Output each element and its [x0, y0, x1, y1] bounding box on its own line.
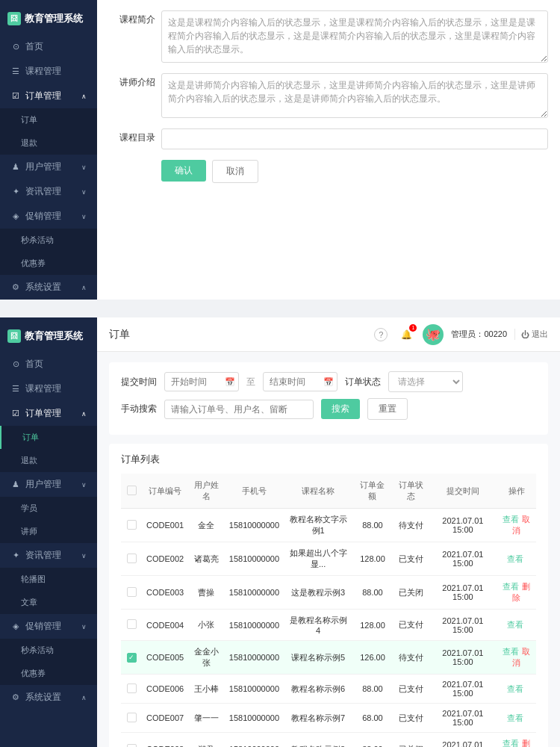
order-course: 是教程名称示例4 — [284, 610, 352, 641]
row-checkbox[interactable] — [127, 713, 137, 722]
sidebar2-item-coupon[interactable]: 优惠券 — [0, 662, 97, 685]
sidebar2-label-order-mgmt: 订单管理 — [25, 407, 61, 420]
order-icon: ☑ — [10, 91, 21, 102]
order-time: 2021.07.01 15:00 — [429, 733, 497, 748]
order-code: CODE005 — [142, 641, 188, 675]
sidebar2-item-home[interactable]: ⊙ 首页 — [0, 352, 97, 376]
row-checkbox[interactable] — [127, 520, 137, 530]
logout-button[interactable]: ⏻ 退出 — [514, 329, 548, 340]
order-name: 肇一一 — [188, 704, 225, 733]
admin-label: 管理员：00220 — [451, 329, 507, 340]
search-button[interactable]: 搜索 — [321, 399, 360, 419]
order-name: 王小棒 — [188, 675, 225, 704]
logout-label: 退出 — [532, 329, 548, 340]
manual-search-input[interactable] — [164, 400, 314, 419]
sidebar-item-flash-sale[interactable]: 秒杀活动 — [0, 229, 97, 252]
row-checkbox[interactable] — [127, 554, 137, 563]
app-logo: 囧 教育管理系统 — [0, 6, 97, 34]
date-end-input[interactable] — [263, 372, 337, 391]
sidebar2-item-news-mgmt[interactable]: ✦ 资讯管理 ∨ — [0, 543, 97, 568]
notification-button[interactable]: 🔔 1 — [397, 326, 415, 344]
th-phone: 手机号 — [225, 474, 284, 509]
course-catalog-input[interactable]: 第一讲文字示例，第二讲文字示例，第三讲文字示例 — [161, 128, 548, 149]
order-name: 金全 — [188, 509, 225, 542]
row-checkbox-cell — [121, 733, 142, 748]
sidebar-item-order[interactable]: 订单 — [0, 108, 97, 131]
view-action[interactable]: 查看 — [507, 554, 523, 563]
sidebar2-label-promo-mgmt: 促销管理 — [25, 620, 61, 633]
row-checkbox[interactable] — [127, 684, 137, 693]
sidebar2-item-promo-mgmt[interactable]: ◈ 促销管理 ∨ — [0, 614, 97, 639]
teacher-intro-textarea[interactable]: 这是是讲师简介内容输入后的状态显示，这里是讲师简介内容输入后的状态显示，这里是讲… — [161, 73, 548, 118]
sidebar-item-refund[interactable]: 退款 — [0, 131, 97, 155]
sidebar2-label-course: 课程管理 — [25, 382, 61, 395]
sidebar-item-coupon[interactable]: 优惠券 — [0, 252, 97, 275]
sidebar-top: 囧 教育管理系统 ⊙ 首页 ☰ 课程管理 ☑ 订单管理 ∧ 订单 — [0, 0, 97, 300]
sidebar-label-home: 首页 — [25, 40, 43, 53]
course-intro-textarea[interactable]: 这是是课程简介内容输入后的状态显示，这里是课程简介内容输入后的状态显示，这里是是… — [161, 10, 548, 63]
sidebar-item-course[interactable]: ☰ 课程管理 — [0, 59, 97, 84]
order-code: CODE008 — [142, 733, 188, 748]
sidebar-item-promo-mgmt[interactable]: ◈ 促销管理 ∨ — [0, 204, 97, 229]
view-action[interactable]: 查看 — [507, 713, 523, 722]
sidebar2-label-coupon: 优惠券 — [21, 668, 46, 679]
sidebar2-item-flash-sale[interactable]: 秒杀活动 — [0, 639, 97, 662]
sidebar-item-settings[interactable]: ⚙ 系统设置 ∧ — [0, 275, 97, 300]
order-phone: 15810000000 — [225, 641, 284, 675]
order-actions: 查看 — [497, 542, 536, 576]
date-separator: 至 — [246, 376, 255, 388]
order-table-title: 订单列表 — [121, 453, 536, 466]
sidebar-item-home[interactable]: ⊙ 首页 — [0, 34, 97, 59]
help-button[interactable]: ? — [372, 326, 390, 344]
view-action[interactable]: 查看 — [507, 684, 523, 693]
reset-button[interactable]: 重置 — [367, 398, 408, 420]
view-action[interactable]: 查看 — [503, 582, 519, 591]
gap-1 — [0, 300, 560, 310]
sidebar2-item-article[interactable]: 文章 — [0, 591, 97, 614]
row-checkbox[interactable] — [127, 744, 137, 748]
view-action[interactable]: 查看 — [503, 647, 519, 656]
news2-icon: ✦ — [10, 551, 21, 561]
row-checkbox[interactable] — [127, 619, 137, 629]
date-start-input[interactable] — [164, 372, 239, 391]
sidebar-order: 囧 教育管理系统 ⊙ 首页 ☰ 课程管理 ☑ 订单管理 ∧ — [0, 317, 97, 747]
order-actions: 查看删除 — [497, 576, 536, 610]
sidebar2-item-student[interactable]: 学员 — [0, 497, 97, 520]
sidebar2-item-user-mgmt[interactable]: ♟ 用户管理 ∨ — [0, 472, 97, 497]
form-buttons-row: 确认 取消 — [109, 160, 548, 183]
settings2-arrow-icon: ∧ — [81, 694, 87, 701]
top-form-section: 囧 教育管理系统 ⊙ 首页 ☰ 课程管理 ☑ 订单管理 ∧ 订单 — [0, 0, 560, 300]
cancel-button[interactable]: 取消 — [212, 160, 258, 183]
sidebar-item-news-mgmt[interactable]: ✦ 资讯管理 ∨ — [0, 179, 97, 204]
sidebar2-item-order-mgmt[interactable]: ☑ 订单管理 ∧ — [0, 401, 97, 426]
view-action[interactable]: 查看 — [503, 739, 519, 747]
order-time: 2021.07.01 15:00 — [429, 704, 497, 733]
order-amount: 128.00 — [352, 610, 393, 641]
order-course: 教程名称文字示例1 — [284, 509, 352, 542]
row-checkbox-cell — [121, 509, 142, 542]
view-action[interactable]: 查看 — [507, 620, 523, 629]
select-all-checkbox[interactable] — [127, 486, 137, 495]
order-phone: 15810000000 — [225, 542, 284, 576]
view-action[interactable]: 查看 — [503, 515, 519, 524]
order-course: 课程名称示例5 — [284, 641, 352, 675]
row-checkbox[interactable] — [127, 587, 137, 597]
table-row: CODE001金全15810000000教程名称文字示例188.00待支付202… — [121, 509, 536, 542]
row-checkbox[interactable]: ✓ — [127, 653, 137, 663]
sidebar2-item-settings[interactable]: ⚙ 系统设置 ∧ — [0, 685, 97, 710]
sidebar-item-user-mgmt[interactable]: ♟ 用户管理 ∨ — [0, 155, 97, 179]
sidebar2-item-course[interactable]: ☰ 课程管理 — [0, 376, 97, 401]
news-icon: ✦ — [10, 187, 21, 197]
order-phone: 15810000000 — [225, 509, 284, 542]
sidebar2-item-carousel[interactable]: 轮播图 — [0, 568, 97, 591]
confirm-button[interactable]: 确认 — [161, 160, 206, 182]
order-amount: 88.00 — [352, 576, 393, 610]
sidebar-item-order-mgmt[interactable]: ☑ 订单管理 ∧ — [0, 84, 97, 108]
sidebar2-item-teacher[interactable]: 讲师 — [0, 520, 97, 543]
row-checkbox-cell: ✓ — [121, 641, 142, 675]
order-name: 曹操 — [188, 576, 225, 610]
th-time: 提交时间 — [429, 474, 497, 509]
sidebar2-item-refund[interactable]: 退款 — [0, 449, 97, 472]
order-status-select[interactable]: 请选择 待支付 已支付 已关闭 — [388, 371, 463, 392]
sidebar2-item-order[interactable]: 订单 — [0, 426, 97, 449]
